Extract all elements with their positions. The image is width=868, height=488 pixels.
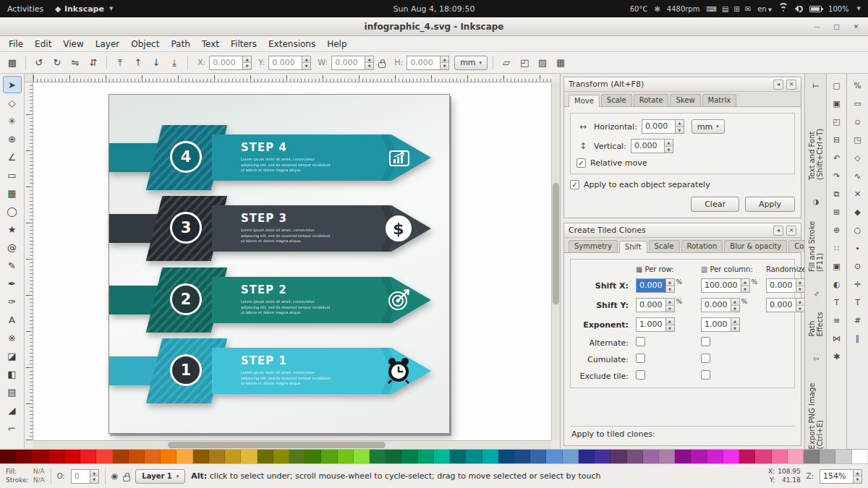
palette-swatch[interactable] <box>418 450 434 463</box>
exclude-tile-per-row-checkbox[interactable] <box>636 370 645 380</box>
print-button[interactable]: ⊟ <box>829 132 845 147</box>
dock-tab-fill-and-stroke[interactable]: Fill and Stroke (F11)◐ <box>808 199 824 272</box>
text-tool[interactable]: A <box>3 311 22 328</box>
palette-swatch[interactable] <box>401 450 417 463</box>
snap-grids-button[interactable]: # <box>850 312 866 328</box>
gradient-tool[interactable]: ▤ <box>3 383 22 401</box>
rotate-ccw-button[interactable]: ↺ <box>31 55 47 71</box>
notes-indicator-icon[interactable]: ▤ <box>722 5 728 13</box>
dock-tab-export-png[interactable]: Export PNG Image (Ctrl+E)⇧ <box>808 356 824 449</box>
fill-stroke-dialog-button[interactable]: ◐ <box>829 276 845 292</box>
palette-swatch[interactable] <box>96 450 112 463</box>
palette-swatch[interactable] <box>659 450 675 463</box>
clones-tab-symmetry[interactable]: Symmetry <box>569 240 618 252</box>
rectangle-tool[interactable]: ▭ <box>3 166 22 184</box>
box3d-tool[interactable]: ▦ <box>3 184 22 202</box>
palette-swatch[interactable] <box>0 450 16 463</box>
vertical-input[interactable]: 0.000▲▼ <box>631 139 673 153</box>
transform-stroke-toggle[interactable]: ▱ <box>498 55 514 71</box>
vertical-scrollbar-thumb[interactable] <box>553 183 559 304</box>
align-dialog-button[interactable]: ≡ <box>829 312 845 328</box>
minimize-button[interactable]: — <box>811 20 823 33</box>
palette-swatch[interactable] <box>498 450 514 463</box>
open-document-button[interactable]: ▣ <box>829 95 845 111</box>
dropper-tool[interactable]: ◢ <box>3 401 22 419</box>
lower-button[interactable]: ↓ <box>148 55 164 71</box>
pen-tool[interactable]: ✒ <box>3 275 22 292</box>
clock[interactable]: Sun Aug 4, 18:09:50 <box>393 4 475 14</box>
duplicate-button[interactable]: ∷ <box>829 240 845 256</box>
apply-to-each-checkbox[interactable]: ✓ <box>570 180 579 189</box>
layer-lock-icon[interactable] <box>123 476 130 481</box>
measure-tool[interactable]: ∠ <box>3 148 22 166</box>
palette-swatch[interactable] <box>707 450 723 463</box>
zoom-drawing-button[interactable]: ⊕ <box>829 222 845 238</box>
palette-swatch[interactable] <box>113 450 129 463</box>
transform-tab-scale[interactable]: Scale <box>601 94 632 106</box>
raise-to-top-button[interactable]: ⤒ <box>112 55 128 71</box>
system-menu-caret-icon[interactable]: ▼ <box>857 6 861 12</box>
palette-swatch[interactable] <box>193 450 209 463</box>
palette-swatch[interactable] <box>80 450 96 463</box>
transform-tab-rotate[interactable]: Rotate <box>634 94 669 106</box>
snap-nodes-button[interactable]: ◇ <box>850 150 866 166</box>
bucket-fill-tool[interactable]: ◧ <box>3 365 22 382</box>
palette-swatch[interactable] <box>804 450 820 463</box>
palette-swatch[interactable] <box>723 450 739 463</box>
calculator-indicator-icon[interactable]: ⊞ <box>733 5 739 13</box>
lock-ratio-icon[interactable] <box>378 62 386 68</box>
snap-guides-button[interactable]: ∥ <box>850 330 866 346</box>
connector-tool[interactable]: ⌐ <box>3 419 22 437</box>
menu-item-layer[interactable]: Layer <box>90 38 125 51</box>
panel-close-button[interactable]: ✕ <box>786 226 796 236</box>
dock-tab-path-effects[interactable]: Path Effects∿ <box>808 291 824 337</box>
keyboard-indicator-icon[interactable]: ⌨ <box>706 5 716 13</box>
ellipse-tool[interactable]: ◯ <box>3 202 22 220</box>
relative-move-checkbox[interactable]: ✓ <box>576 158 586 168</box>
spiral-tool[interactable]: @ <box>3 239 22 256</box>
palette-swatch[interactable] <box>48 450 64 463</box>
snap-text-button[interactable]: T <box>850 294 866 310</box>
palette-swatch[interactable] <box>370 450 386 463</box>
palette-swatch[interactable] <box>514 450 530 463</box>
width-input[interactable]: 0.000▲▼ <box>331 56 374 70</box>
snap-paths-button[interactable]: ∿ <box>850 168 866 184</box>
xml-editor-button[interactable]: ⋈ <box>829 330 845 346</box>
palette-swatch[interactable] <box>354 450 370 463</box>
apply-button[interactable]: Apply <box>745 197 795 212</box>
y-input[interactable]: 0.000▲▼ <box>268 56 311 70</box>
units-dropdown[interactable]: mm▾ <box>454 56 488 70</box>
raise-button[interactable]: ↑ <box>130 55 146 71</box>
palette-swatch[interactable] <box>225 450 241 463</box>
selector-tool[interactable]: ➤ <box>3 76 22 93</box>
clones-tab-shift[interactable]: Shift <box>619 241 647 253</box>
palette-swatch[interactable] <box>610 450 626 463</box>
lower-to-bottom-button[interactable]: ⤓ <box>166 55 182 71</box>
clones-tab-rotation[interactable]: Rotation <box>681 240 723 252</box>
shift-x-per-column-input[interactable]: 100.000▲▼ <box>701 278 750 293</box>
palette-swatch[interactable] <box>321 450 337 463</box>
calligraphy-tool[interactable]: ✑ <box>3 293 22 310</box>
menu-item-extensions[interactable]: Extensions <box>263 38 321 51</box>
panel-close-button[interactable]: ✕ <box>786 80 796 90</box>
shift-x-per-row-input[interactable]: 0.000▲▼ <box>636 278 675 293</box>
close-button[interactable]: ✕ <box>850 20 862 33</box>
zoom-input[interactable]: 154%▲▼ <box>820 469 862 484</box>
horizontal-input[interactable]: 0.000▲▼ <box>642 119 684 134</box>
wifi-icon[interactable] <box>778 5 788 13</box>
menu-item-view[interactable]: View <box>57 38 89 51</box>
menu-item-help[interactable]: Help <box>321 38 352 51</box>
palette-swatch[interactable] <box>273 450 289 463</box>
horizontal-scrollbar[interactable] <box>33 440 551 449</box>
zoom-tool[interactable]: ⊕ <box>3 130 22 147</box>
menu-item-file[interactable]: File <box>3 38 29 51</box>
canvas-area[interactable]: 4 STEP 4 Lorem ipsum dolor sit amet, con… <box>25 74 560 449</box>
height-input[interactable]: 0.000▲▼ <box>407 56 449 70</box>
transform-gradient-toggle[interactable]: ▨ <box>535 55 550 71</box>
palette-swatch[interactable] <box>450 450 466 463</box>
palette-swatch[interactable] <box>176 450 192 463</box>
palette-swatch[interactable] <box>595 450 610 463</box>
snap-midpoints-button[interactable]: ∙ <box>850 240 866 256</box>
panel-iconify-button[interactable]: ◂ <box>773 80 783 90</box>
palette-swatch[interactable] <box>546 450 562 463</box>
